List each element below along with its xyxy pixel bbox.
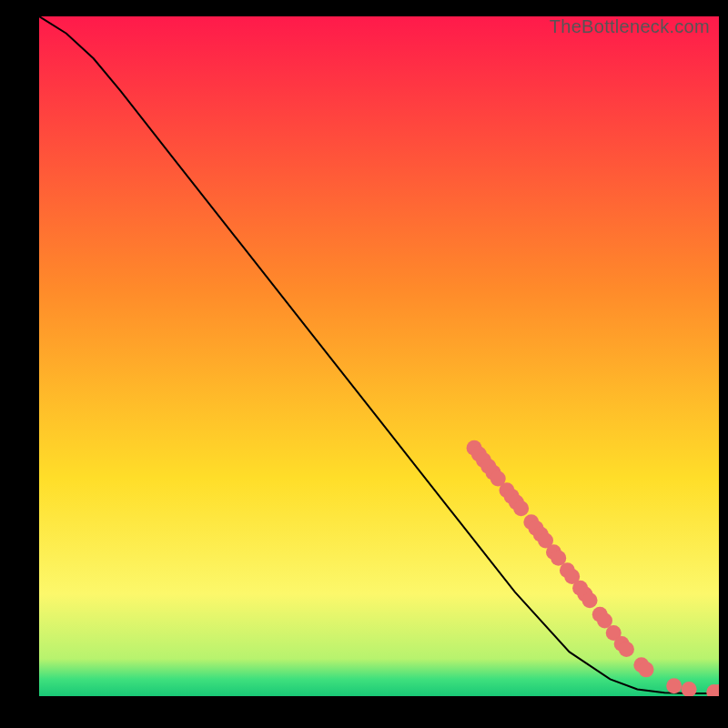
watermark-text: TheBottleneck.com: [550, 16, 710, 37]
data-marker: [582, 592, 598, 608]
data-marker: [639, 662, 654, 677]
data-marker: [619, 642, 634, 657]
data-marker: [666, 678, 682, 693]
chart-svg: [39, 16, 719, 696]
plot-area: TheBottleneck.com: [39, 16, 719, 696]
data-marker: [513, 500, 529, 516]
chart-frame: TheBottleneck.com: [0, 0, 728, 728]
